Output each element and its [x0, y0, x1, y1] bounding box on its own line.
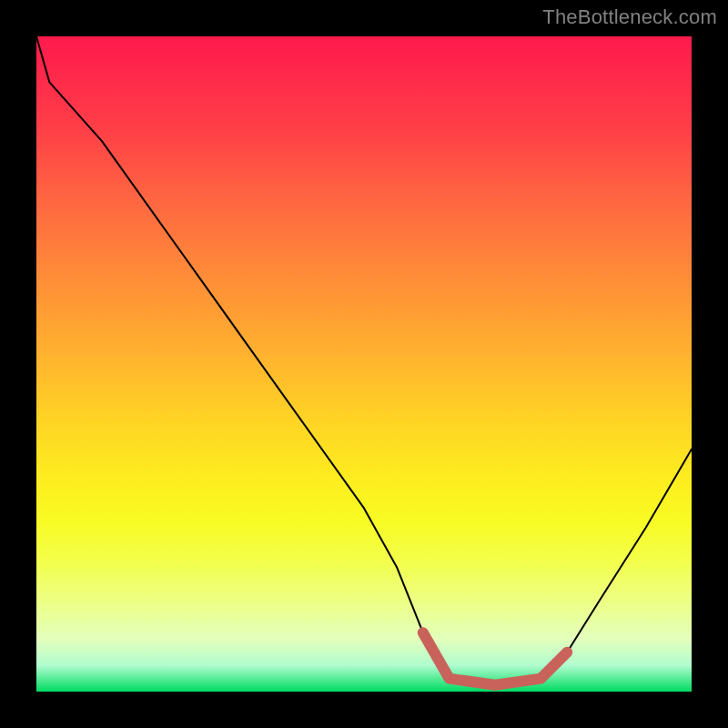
chart-stage: TheBottleneck.com [0, 0, 728, 728]
plot-overlay [36, 36, 692, 692]
highlight-segment [423, 632, 567, 685]
watermark-text: TheBottleneck.com [542, 5, 717, 29]
bottleneck-curve [36, 36, 692, 685]
